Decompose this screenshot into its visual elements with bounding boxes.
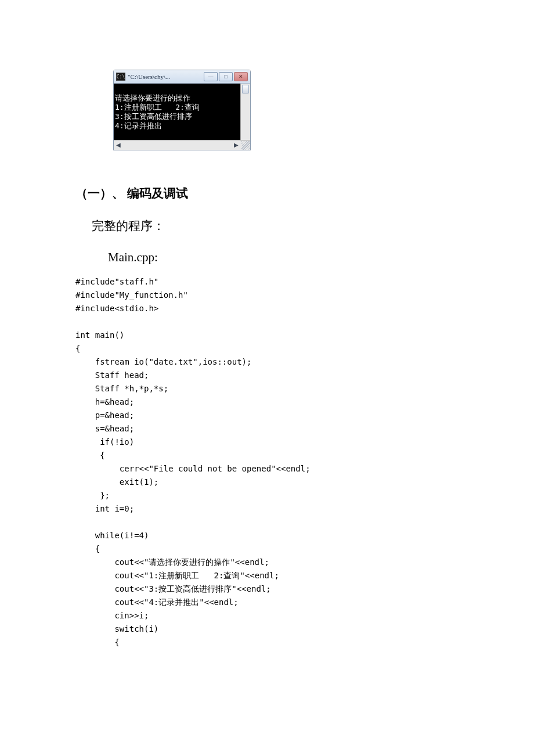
console-window: C:\ "C:\Users\chy\... — □ ✕ 请选择你要进行的操作 1… <box>113 70 251 150</box>
scroll-thumb[interactable] <box>242 85 249 93</box>
section-heading: （一）、 编码及调试 <box>75 185 459 201</box>
console-titlebar: C:\ "C:\Users\chy\... — □ ✕ <box>114 70 250 84</box>
document-page: C:\ "C:\Users\chy\... — □ ✕ 请选择你要进行的操作 1… <box>0 0 534 684</box>
vertical-scrollbar[interactable] <box>240 84 250 140</box>
console-title: "C:\Users\chy\... <box>128 73 204 80</box>
code-block: #include"staff.h" #include"My_function.h… <box>75 275 459 649</box>
console-line: 1:注册新职工 2:查询 <box>115 103 200 111</box>
console-body: 请选择你要进行的操作 1:注册新职工 2:查询 3:按工资高低进行排序 4:记录… <box>114 84 250 140</box>
maximize-button[interactable]: □ <box>219 72 233 81</box>
console-line: 请选择你要进行的操作 <box>115 93 190 102</box>
code-filename: Main.cpp: <box>108 250 459 265</box>
minimize-button[interactable]: — <box>204 72 218 81</box>
scroll-right-icon[interactable]: ▶ <box>232 141 241 149</box>
scroll-left-icon[interactable]: ◀ <box>114 141 123 149</box>
close-button[interactable]: ✕ <box>234 72 248 81</box>
resize-grip-icon[interactable] <box>241 141 250 150</box>
cmd-icon: C:\ <box>116 73 125 81</box>
console-line: 4:记录并推出 <box>115 121 162 130</box>
console-line: 3:按工资高低进行排序 <box>115 112 192 121</box>
section-heading-text: （一）、 编码及调试 <box>75 186 188 200</box>
window-buttons: — □ ✕ <box>204 72 248 81</box>
section-subheading: 完整的程序： <box>92 218 459 234</box>
horizontal-scrollbar[interactable]: ◀ ▶ <box>114 140 250 150</box>
